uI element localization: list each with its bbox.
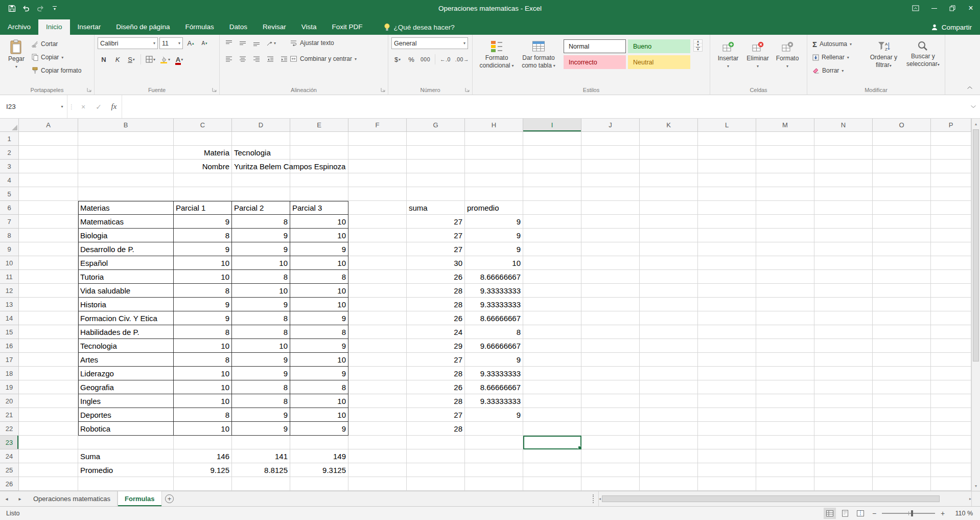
column-header-L[interactable]: L — [698, 119, 756, 132]
cell-C25[interactable]: 9.125 — [174, 463, 232, 477]
cell-F6[interactable] — [348, 201, 407, 215]
find-select-button[interactable]: Buscar y seleccionar▾ — [903, 37, 943, 83]
column-header-E[interactable]: E — [290, 119, 348, 132]
decrease-decimal-button[interactable]: .00→ — [454, 54, 471, 65]
cell-P2[interactable] — [931, 146, 971, 160]
cell-N20[interactable] — [814, 394, 873, 408]
cell-P24[interactable] — [931, 449, 971, 463]
insert-cells-button[interactable]: Insertar ▾ — [713, 37, 743, 83]
cell-C24[interactable]: 146 — [174, 449, 232, 463]
vertical-scrollbar[interactable]: ▴ ▾ — [971, 119, 980, 491]
cell-B5[interactable] — [78, 187, 174, 201]
percent-style-button[interactable]: % — [405, 54, 417, 65]
cell-D22[interactable]: 9 — [232, 422, 290, 436]
cell-L22[interactable] — [698, 422, 756, 436]
cell-D7[interactable]: 8 — [232, 215, 290, 229]
cell-C19[interactable]: 10 — [174, 380, 232, 394]
cell-P4[interactable] — [931, 173, 971, 187]
cell-I15[interactable] — [523, 325, 581, 339]
redo-button[interactable] — [34, 2, 47, 15]
cell-I23[interactable] — [523, 436, 581, 449]
cell-G17[interactable]: 27 — [407, 353, 465, 367]
cell-G21[interactable]: 27 — [407, 408, 465, 422]
cell-B1[interactable] — [78, 132, 174, 146]
cell-O18[interactable] — [873, 367, 931, 380]
cell-N23[interactable] — [814, 436, 873, 449]
cell-H18[interactable]: 9.33333333 — [465, 367, 523, 380]
cell-style-bad[interactable]: Incorrecto — [564, 55, 626, 69]
wrap-text-button[interactable]: Ajustar texto — [288, 37, 336, 49]
gallery-more-button[interactable]: ▾ — [694, 47, 702, 51]
cell-M23[interactable] — [756, 436, 814, 449]
cell-A22[interactable] — [19, 422, 78, 436]
cell-O20[interactable] — [873, 394, 931, 408]
cell-N5[interactable] — [814, 187, 873, 201]
cell-A26[interactable] — [19, 477, 78, 491]
cell-D3[interactable]: Yuritza Belem Campos Espinoza — [232, 160, 290, 173]
row-header-11[interactable]: 11 — [0, 270, 19, 284]
cell-F21[interactable] — [348, 408, 407, 422]
cell-E6[interactable]: Parcial 3 — [290, 201, 348, 215]
cell-C26[interactable] — [174, 477, 232, 491]
cell-H16[interactable]: 9.66666667 — [465, 339, 523, 353]
row-header-10[interactable]: 10 — [0, 256, 19, 270]
row-header-21[interactable]: 21 — [0, 408, 19, 422]
cell-N10[interactable] — [814, 256, 873, 270]
cell-I6[interactable] — [523, 201, 581, 215]
cell-E24[interactable]: 149 — [290, 449, 348, 463]
align-left-button[interactable] — [223, 53, 235, 64]
cell-O16[interactable] — [873, 339, 931, 353]
row-header-23[interactable]: 23 — [0, 436, 19, 449]
cell-J24[interactable] — [581, 449, 640, 463]
row-header-25[interactable]: 25 — [0, 463, 19, 477]
cell-C8[interactable]: 8 — [174, 229, 232, 242]
cell-M8[interactable] — [756, 229, 814, 242]
row-header-12[interactable]: 12 — [0, 284, 19, 298]
comma-style-button[interactable]: 000 — [419, 54, 432, 65]
cell-F17[interactable] — [348, 353, 407, 367]
cell-A12[interactable] — [19, 284, 78, 298]
cell-N11[interactable] — [814, 270, 873, 284]
cell-D16[interactable]: 10 — [232, 339, 290, 353]
cell-J5[interactable] — [581, 187, 640, 201]
cell-B16[interactable]: Tecnologia — [78, 339, 174, 353]
cell-N9[interactable] — [814, 242, 873, 256]
cell-F14[interactable] — [348, 311, 407, 325]
cell-D1[interactable] — [232, 132, 290, 146]
cut-button[interactable]: Cortar — [30, 38, 83, 50]
cell-A14[interactable] — [19, 311, 78, 325]
bold-button[interactable]: N — [98, 54, 110, 65]
vertical-scroll-thumb[interactable] — [973, 129, 979, 361]
cell-K10[interactable] — [640, 256, 698, 270]
row-header-1[interactable]: 1 — [0, 132, 19, 146]
cell-B13[interactable]: Historia — [78, 298, 174, 311]
cell-H1[interactable] — [465, 132, 523, 146]
cell-E23[interactable] — [290, 436, 348, 449]
cell-J12[interactable] — [581, 284, 640, 298]
scroll-left-button[interactable]: ◂ — [599, 494, 601, 504]
cell-H15[interactable]: 8 — [465, 325, 523, 339]
cell-G18[interactable]: 28 — [407, 367, 465, 380]
cell-M24[interactable] — [756, 449, 814, 463]
cell-A20[interactable] — [19, 394, 78, 408]
cell-C15[interactable]: 8 — [174, 325, 232, 339]
cell-P17[interactable] — [931, 353, 971, 367]
increase-font-size-button[interactable]: A▴ — [184, 38, 197, 49]
cell-J17[interactable] — [581, 353, 640, 367]
cell-N16[interactable] — [814, 339, 873, 353]
cell-G8[interactable]: 27 — [407, 229, 465, 242]
cell-G19[interactable]: 26 — [407, 380, 465, 394]
cell-A11[interactable] — [19, 270, 78, 284]
cell-D10[interactable]: 10 — [232, 256, 290, 270]
cell-A9[interactable] — [19, 242, 78, 256]
cell-D6[interactable]: Parcial 2 — [232, 201, 290, 215]
minimize-button[interactable] — [925, 0, 943, 16]
row-header-6[interactable]: 6 — [0, 201, 19, 215]
cell-D26[interactable] — [232, 477, 290, 491]
cell-E22[interactable]: 9 — [290, 422, 348, 436]
cell-D15[interactable]: 8 — [232, 325, 290, 339]
cell-K17[interactable] — [640, 353, 698, 367]
cell-N3[interactable] — [814, 160, 873, 173]
cell-P8[interactable] — [931, 229, 971, 242]
cell-F15[interactable] — [348, 325, 407, 339]
